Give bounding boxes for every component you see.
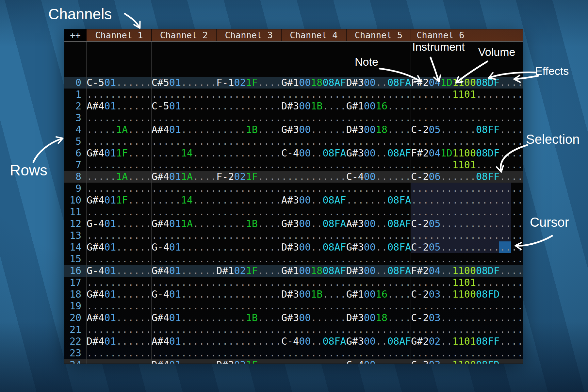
pattern-cell[interactable]: ........... xyxy=(346,253,411,265)
pattern-cell[interactable]: ................... xyxy=(411,300,523,312)
pattern-cell[interactable]: ........... xyxy=(216,288,281,300)
pattern-cell[interactable]: G#4011F.... xyxy=(86,194,151,206)
pattern-cell[interactable]: .......1101........ xyxy=(411,89,523,100)
pattern-cell[interactable]: ........... xyxy=(151,112,216,124)
pattern-row[interactable]: 14G#401......G-401.................D#300… xyxy=(64,241,523,253)
pattern-cell[interactable]: A#401...... xyxy=(86,312,151,324)
pattern-cell[interactable]: ........... xyxy=(151,253,216,265)
row-number[interactable]: 5 xyxy=(64,136,86,147)
pattern-cell[interactable]: ................... xyxy=(411,136,523,147)
row-number[interactable]: 21 xyxy=(64,324,86,335)
pattern-cell[interactable]: G#202..110108FF.... xyxy=(411,335,523,347)
pattern-cell[interactable]: F-1021F.... xyxy=(216,77,281,89)
pattern-row[interactable]: 13......................................… xyxy=(64,230,523,241)
pattern-cell[interactable]: ........... xyxy=(281,324,346,335)
channel-header[interactable]: Channel 5 xyxy=(346,29,411,41)
pattern-cell[interactable]: ........... xyxy=(216,241,281,253)
pattern-cell[interactable]: ........... xyxy=(151,230,216,241)
pattern-cell[interactable]: ........... xyxy=(151,159,216,171)
pattern-cell[interactable]: ........... xyxy=(151,347,216,359)
pattern-cell[interactable]: ........... xyxy=(281,89,346,100)
pattern-cell[interactable]: ........... xyxy=(216,230,281,241)
pattern-cell[interactable]: ........... xyxy=(151,183,216,194)
pattern-cell[interactable]: ........... xyxy=(281,159,346,171)
row-number[interactable]: 12 xyxy=(64,218,86,230)
pattern-cell[interactable]: ................... xyxy=(411,347,523,359)
pattern-cell[interactable]: ........... xyxy=(151,206,216,218)
pattern-row[interactable]: 3.......................................… xyxy=(64,112,523,124)
pattern-cell[interactable]: C-206......08FF.... xyxy=(411,171,523,183)
row-number[interactable]: 1 xyxy=(64,89,86,100)
channel-header[interactable]: Channel 4 xyxy=(281,29,346,41)
pattern-row[interactable]: 23......................................… xyxy=(64,347,523,359)
pattern-cell[interactable]: ........... xyxy=(216,300,281,312)
pattern-cell[interactable]: C-303..110008FD.... xyxy=(411,359,523,364)
pattern-row[interactable]: 9.......................................… xyxy=(64,183,523,194)
pattern-cell[interactable]: ........... xyxy=(346,136,411,147)
pattern-row[interactable]: 5.......................................… xyxy=(64,136,523,147)
pattern-cell[interactable]: ........... xyxy=(86,300,151,312)
channel-header[interactable]: Channel 6 xyxy=(411,29,523,41)
pattern-cell[interactable]: .....1A.... xyxy=(86,171,151,183)
pattern-cell[interactable]: A#401...... xyxy=(86,100,151,112)
pattern-row[interactable]: 16G-401......G#401......D#1021F....G#100… xyxy=(64,265,523,277)
pattern-cell[interactable]: G#401...... xyxy=(86,241,151,253)
pattern-cell[interactable]: ........... xyxy=(281,253,346,265)
row-number[interactable]: 7 xyxy=(64,159,86,171)
pattern-cell[interactable]: ........... xyxy=(216,147,281,159)
row-number[interactable]: 6 xyxy=(64,147,86,159)
pattern-cell[interactable]: ........... xyxy=(151,324,216,335)
pattern-cell[interactable]: ........... xyxy=(216,277,281,288)
row-number[interactable]: 13 xyxy=(64,230,86,241)
pattern-cell[interactable]: ........... xyxy=(151,300,216,312)
pattern-cell[interactable]: D#3001B.... xyxy=(281,100,346,112)
pattern-cell[interactable]: ........... xyxy=(281,136,346,147)
pattern-cell[interactable]: G-401...... xyxy=(151,241,216,253)
pattern-row[interactable]: 6G#4011F.........14...............C-400.… xyxy=(64,147,523,159)
pattern-cell[interactable]: ........... xyxy=(86,136,151,147)
pattern-row[interactable]: 8.....1A....G#4011A....F-2021F..........… xyxy=(64,171,523,183)
channel-header[interactable]: Channel 2 xyxy=(151,29,216,41)
pattern-cell[interactable]: G#4011F.... xyxy=(86,147,151,159)
pattern-cell[interactable]: G#10016.... xyxy=(346,100,411,112)
pattern-row[interactable]: 18G#401......G-401.................D#300… xyxy=(64,288,523,300)
row-number[interactable]: 0 xyxy=(64,77,86,89)
pattern-cell[interactable]: C-203..110008FD.... xyxy=(411,288,523,300)
pattern-cell[interactable]: ........... xyxy=(281,230,346,241)
pattern-row[interactable]: 17......................................… xyxy=(64,277,523,288)
pattern-cell[interactable]: F-2021F.... xyxy=(216,171,281,183)
pattern-cell[interactable]: ........... xyxy=(86,359,151,364)
pattern-cell[interactable]: ........... xyxy=(281,300,346,312)
pattern-row[interactable]: 7.......................................… xyxy=(64,159,523,171)
pattern-cell[interactable]: F#2041D110008DF.... xyxy=(411,77,523,89)
pattern-row[interactable]: 4.....1A....A#401...........1B....G#300.… xyxy=(64,124,523,136)
pattern-row[interactable]: 10G#4011F.........14...............A#300… xyxy=(64,194,523,206)
row-number[interactable]: 15 xyxy=(64,253,86,265)
pattern-cell[interactable]: G#300..08AF xyxy=(346,147,411,159)
channel-header[interactable]: Channel 3 xyxy=(216,29,281,41)
pattern-cell[interactable]: ........... xyxy=(216,253,281,265)
pattern-cell[interactable]: ........... xyxy=(86,347,151,359)
pattern-cell[interactable]: ........... xyxy=(346,230,411,241)
pattern-cell[interactable]: D#30018.... xyxy=(346,124,411,136)
pattern-cell[interactable]: ................... xyxy=(411,194,523,206)
pattern-cell[interactable]: G#300...... xyxy=(281,124,346,136)
pattern-cell[interactable]: ........... xyxy=(281,171,346,183)
pattern-cell[interactable]: ........... xyxy=(216,136,281,147)
pattern-cell[interactable]: ........... xyxy=(86,324,151,335)
pattern-cell[interactable]: ........... xyxy=(86,112,151,124)
pattern-cell[interactable]: G-401...... xyxy=(86,265,151,277)
pattern-cell[interactable]: ........... xyxy=(281,183,346,194)
pattern-cell[interactable]: ........... xyxy=(346,324,411,335)
pattern-cell[interactable]: G#300..08FA xyxy=(346,241,411,253)
pattern-cell[interactable]: ........... xyxy=(216,89,281,100)
pattern-cell[interactable]: G#300...... xyxy=(281,312,346,324)
pattern-cell[interactable]: ........... xyxy=(86,89,151,100)
pattern-cell[interactable]: .....1B.... xyxy=(216,218,281,230)
pattern-body[interactable]: 0C-501......C#501......F-1021F....G#1001… xyxy=(64,42,523,364)
pattern-row[interactable]: 11......................................… xyxy=(64,206,523,218)
pattern-cell[interactable]: ........... xyxy=(86,253,151,265)
pattern-cell[interactable]: D#300..08FA xyxy=(346,77,411,89)
row-number[interactable]: 19 xyxy=(64,300,86,312)
pattern-row[interactable]: 12G-401......G#4011A.........1B....G#300… xyxy=(64,218,523,230)
